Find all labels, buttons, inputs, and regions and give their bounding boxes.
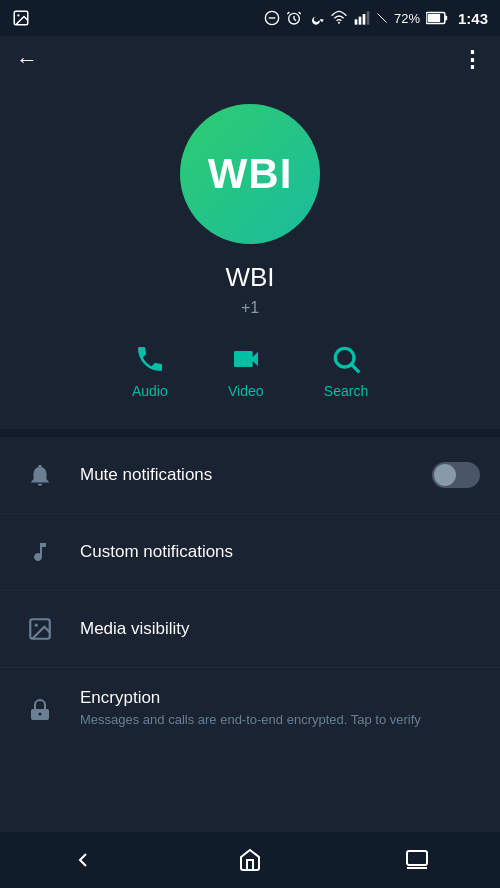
status-left [12, 9, 30, 27]
signal-icon [354, 10, 370, 26]
recents-nav-button[interactable] [387, 840, 447, 880]
search-button[interactable]: Search [324, 341, 368, 399]
svg-point-14 [335, 348, 354, 367]
back-nav-icon [71, 848, 95, 872]
svg-rect-6 [355, 19, 358, 24]
contact-name: WBI [225, 262, 274, 293]
battery-icon [426, 11, 448, 25]
audio-button[interactable]: Audio [132, 341, 168, 399]
svg-rect-7 [359, 17, 362, 25]
svg-line-10 [377, 14, 386, 23]
back-nav-button[interactable] [53, 840, 113, 880]
mute-notifications-title: Mute notifications [80, 465, 432, 485]
mute-notifications-item[interactable]: Mute notifications [0, 437, 500, 514]
bottom-nav [0, 832, 500, 888]
dnd-icon [264, 10, 280, 26]
encryption-item[interactable]: Encryption Messages and calls are end-to… [0, 668, 500, 748]
encryption-content: Encryption Messages and calls are end-to… [80, 688, 480, 729]
svg-point-5 [338, 22, 340, 24]
media-visibility-item[interactable]: Media visibility [0, 591, 500, 668]
svg-rect-9 [367, 11, 370, 24]
svg-line-15 [352, 365, 359, 372]
status-right: 72% 1:43 [264, 10, 488, 27]
avatar-text: WBI [208, 150, 293, 198]
battery-text: 72% [394, 11, 420, 26]
recents-nav-icon [405, 848, 429, 872]
contact-phone: +1 [241, 299, 259, 317]
video-button[interactable]: Video [228, 341, 264, 399]
encryption-subtitle: Messages and calls are end-to-end encryp… [80, 711, 480, 729]
time-display: 1:43 [458, 10, 488, 27]
header: ← ⋮ [0, 36, 500, 84]
bell-icon [20, 455, 60, 495]
video-icon [228, 341, 264, 377]
svg-rect-12 [445, 16, 447, 21]
custom-notifications-item[interactable]: Custom notifications [0, 514, 500, 591]
audio-label: Audio [132, 383, 168, 399]
svg-point-17 [35, 624, 38, 627]
avatar: WBI [180, 104, 320, 244]
wifi-icon [330, 10, 348, 26]
alarm-icon [286, 10, 302, 26]
more-options-button[interactable]: ⋮ [461, 47, 484, 73]
lock-icon [20, 690, 60, 730]
home-nav-button[interactable] [220, 840, 280, 880]
search-label: Search [324, 383, 368, 399]
mute-notifications-toggle[interactable] [432, 462, 480, 488]
action-buttons: Audio Video Search [132, 341, 368, 399]
custom-notifications-title: Custom notifications [80, 542, 480, 562]
audio-icon [132, 341, 168, 377]
encryption-title: Encryption [80, 688, 480, 708]
vpn-icon [308, 10, 324, 26]
status-bar: 72% 1:43 [0, 0, 500, 36]
custom-notifications-content: Custom notifications [80, 542, 480, 562]
svg-rect-13 [428, 14, 441, 22]
no-signal-icon [376, 10, 388, 26]
svg-point-1 [17, 14, 19, 16]
photo-icon [12, 9, 30, 27]
settings-list: Mute notifications Custom notifications … [0, 437, 500, 748]
mute-notifications-content: Mute notifications [80, 465, 432, 485]
profile-section: WBI WBI +1 Audio Video [0, 84, 500, 429]
svg-rect-8 [363, 14, 366, 25]
svg-rect-20 [407, 851, 427, 865]
media-visibility-title: Media visibility [80, 619, 480, 639]
back-button[interactable]: ← [16, 47, 38, 73]
media-visibility-content: Media visibility [80, 619, 480, 639]
toggle-knob [434, 464, 456, 486]
section-divider [0, 429, 500, 437]
image-icon [20, 609, 60, 649]
music-note-icon [20, 532, 60, 572]
home-nav-icon [238, 848, 262, 872]
video-label: Video [228, 383, 264, 399]
svg-point-19 [39, 713, 42, 716]
search-icon [328, 341, 364, 377]
